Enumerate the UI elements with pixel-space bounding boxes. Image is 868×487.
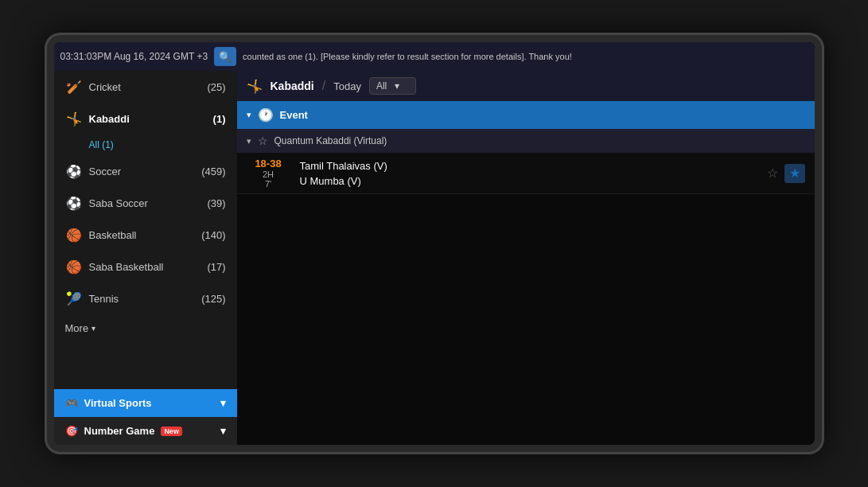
tennis-label: Tennis (89, 293, 196, 305)
datetime-display: 03:31:03PM Aug 16, 2024 GMT +3 (60, 51, 208, 62)
cricket-count: (25) (207, 81, 225, 93)
kabaddi-count: (1) (213, 113, 226, 125)
sidebar: 🏏 Cricket (25) 🤸 Kabaddi (1) All (1) ⚽ S… (54, 71, 237, 445)
team1-name: Tamil Thalaivas (V) (300, 160, 757, 172)
basketball-label: Basketball (89, 229, 196, 241)
saba-soccer-count: (39) (207, 197, 225, 209)
kabaddi-label: Kabaddi (89, 113, 207, 125)
sidebar-sub-kabaddi-all[interactable]: All (1) (54, 134, 237, 155)
basketball-count: (140) (201, 229, 225, 241)
filter-dropdown[interactable]: All ▾ (369, 77, 416, 95)
device-frame: 03:31:03PM Aug 16, 2024 GMT +3 🔍 counted… (45, 33, 824, 454)
match-score: 18-38 (248, 158, 288, 169)
sidebar-item-cricket[interactable]: 🏏 Cricket (25) (54, 71, 237, 103)
tennis-count: (125) (201, 293, 225, 305)
sidebar-item-saba-soccer[interactable]: ⚽ Saba Soccer (39) (54, 187, 237, 219)
virtual-sports-label: Virtual Sports (84, 397, 152, 409)
tournament-row[interactable]: ▾ ☆ Quantum Kabaddi (Virtual) (237, 129, 815, 153)
search-button[interactable]: 🔍 (214, 47, 236, 66)
sidebar-item-basketball[interactable]: 🏀 Basketball (140) (54, 219, 237, 251)
event-section-label: Event (280, 109, 308, 121)
more-chevron-icon: ▾ (91, 324, 95, 333)
soccer-label: Soccer (89, 166, 196, 177)
match-minute: 7' (248, 179, 288, 189)
match-period: 2H (248, 169, 288, 179)
soccer-count: (459) (201, 166, 225, 177)
notification-message: counted as one (1). [Please kindly refer… (243, 52, 808, 61)
soccer-icon: ⚽ (65, 162, 83, 180)
event-timer-icon: 🕐 (258, 107, 274, 123)
number-game-button[interactable]: 🎯 Number Game New ▾ (54, 417, 237, 445)
filter-label: All (376, 80, 387, 92)
virtual-sports-icon: 🎮 (65, 397, 78, 409)
saba-basketball-label: Saba Basketball (89, 261, 201, 273)
team2-name: U Mumba (V) (300, 175, 757, 187)
sidebar-item-kabaddi[interactable]: 🤸 Kabaddi (1) (54, 103, 237, 134)
main-content: 🏏 Cricket (25) 🤸 Kabaddi (1) All (1) ⚽ S… (54, 71, 815, 445)
event-section-header[interactable]: ▾ 🕐 Event (237, 101, 815, 129)
new-badge: New (161, 427, 182, 436)
saba-soccer-icon: ⚽ (65, 194, 83, 212)
screen: 03:31:03PM Aug 16, 2024 GMT +3 🔍 counted… (54, 42, 815, 445)
tournament-chevron-icon: ▾ (247, 136, 251, 146)
number-game-label: Number Game (84, 425, 155, 437)
right-panel: 🤸 Kabaddi / Today All ▾ ▾ 🕐 Event (237, 71, 815, 445)
number-game-icon: 🎯 (65, 425, 78, 437)
filter-chevron-icon: ▾ (395, 80, 399, 92)
sidebar-item-saba-basketball[interactable]: 🏀 Saba Basketball (17) (54, 251, 237, 282)
tournament-star-icon[interactable]: ☆ (258, 134, 268, 147)
tennis-icon: 🎾 (65, 290, 83, 307)
event-section-chevron-icon: ▾ (247, 110, 251, 120)
number-game-chevron-icon: ▾ (220, 425, 226, 437)
panel-header: 🤸 Kabaddi / Today All ▾ (237, 71, 815, 101)
tournament-name: Quantum Kabaddi (Virtual) (274, 135, 387, 146)
panel-separator: / (322, 79, 325, 93)
panel-empty-content (237, 194, 815, 445)
panel-title: Kabaddi (271, 80, 314, 92)
match-actions: ☆ ★ (767, 164, 805, 183)
match-teams: Tamil Thalaivas (V) U Mumba (V) (300, 160, 757, 187)
saba-basketball-count: (17) (207, 261, 225, 273)
cricket-icon: 🏏 (65, 78, 83, 95)
match-row: 18-38 2H 7' Tamil Thalaivas (V) U Mumba … (237, 153, 815, 194)
kabaddi-icon: 🤸 (65, 110, 83, 127)
match-favorite-filled-icon[interactable]: ★ (784, 164, 805, 183)
saba-basketball-icon: 🏀 (65, 258, 83, 275)
panel-subtitle: Today (333, 80, 361, 92)
match-favorite-empty-icon[interactable]: ☆ (767, 166, 778, 181)
more-button[interactable]: More ▾ (54, 314, 237, 342)
kabaddi-all-label: All (1) (89, 139, 114, 150)
panel-sport-icon: 🤸 (247, 79, 263, 94)
sidebar-item-tennis[interactable]: 🎾 Tennis (125) (54, 282, 237, 314)
more-label: More (65, 322, 89, 334)
virtual-sports-chevron-icon: ▾ (220, 397, 226, 409)
saba-soccer-label: Saba Soccer (89, 197, 201, 209)
cricket-label: Cricket (89, 81, 201, 93)
basketball-icon: 🏀 (65, 226, 83, 243)
virtual-sports-button[interactable]: 🎮 Virtual Sports ▾ (54, 389, 237, 417)
top-bar: 03:31:03PM Aug 16, 2024 GMT +3 🔍 counted… (54, 42, 815, 71)
sidebar-item-soccer[interactable]: ⚽ Soccer (459) (54, 155, 237, 187)
